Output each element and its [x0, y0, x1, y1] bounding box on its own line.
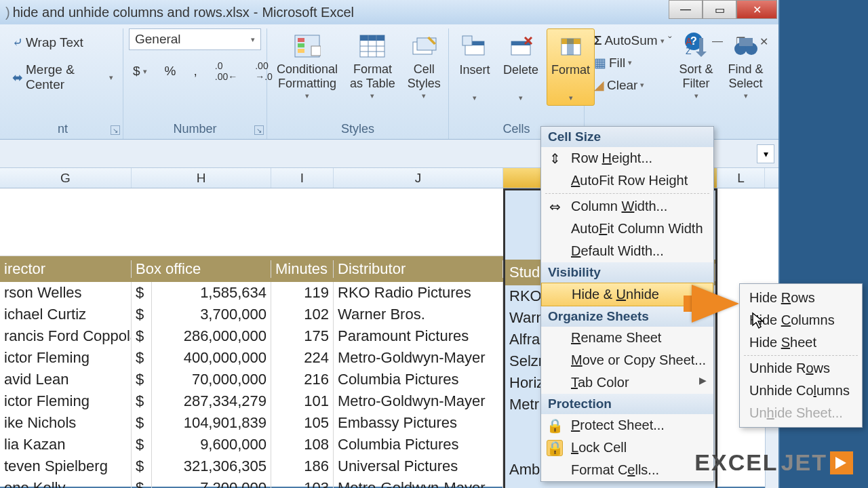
menu-autofit-column[interactable]: AutoFit Column Width	[541, 218, 713, 240]
number-dialog-launcher[interactable]: ↘	[254, 125, 264, 135]
merge-center-label: Merge & Center	[26, 62, 106, 92]
sort-filter-label: Sort & Filter	[679, 62, 713, 90]
document-title: hide and unhide columns and rows.xlsx	[13, 5, 250, 20]
menu-section-cell-size: Cell Size	[541, 127, 713, 147]
find-select-label: Find & Select	[728, 62, 764, 90]
delete-label: Delete	[503, 63, 538, 77]
submenu-hide-sheet[interactable]: Hide Sheet	[740, 331, 862, 354]
menu-section-visibility: Visibility	[541, 262, 713, 283]
format-table-icon	[356, 31, 389, 61]
cell-styles-label: Cell Styles	[408, 62, 441, 90]
binoculars-icon	[730, 31, 762, 61]
app-name: Microsoft Excel	[262, 5, 354, 20]
svg-rect-25	[739, 38, 753, 46]
chevron-down-icon: ▾	[251, 35, 255, 44]
cell-styles-button[interactable]: Cell Styles▾	[403, 28, 445, 103]
table-row[interactable]: lia Kazan$9,600,000108Columbia Pictures	[0, 434, 503, 455]
table-row[interactable]: rson Welles$1,585,634119RKO Radio Pictur…	[0, 282, 503, 304]
col-header-j[interactable]: J	[334, 168, 503, 188]
col-header-l[interactable]: L	[717, 168, 765, 188]
conditional-formatting-button[interactable]: Conditional Formatting▾	[273, 28, 342, 103]
menu-tab-color[interactable]: Tab Color▶	[541, 371, 713, 394]
close-button[interactable]: ✕	[736, 0, 777, 19]
table-row[interactable]: teven Spielberg$321,306,305186Universal …	[0, 455, 503, 477]
find-select-button[interactable]: Find & Select▾	[724, 28, 768, 103]
svg-rect-12	[417, 38, 436, 50]
format-table-label: Format as Table	[350, 62, 395, 90]
delete-button[interactable]: Delete▾	[499, 29, 542, 105]
row-height-icon: ⇕	[547, 150, 563, 167]
number-format-value: General	[135, 32, 181, 47]
lock-highlighted-icon: 🔒	[547, 440, 563, 456]
menu-row-height[interactable]: ⇕ Row Height...	[541, 147, 713, 169]
conditional-formatting-icon	[291, 31, 323, 61]
col-header-g[interactable]: G	[0, 168, 132, 188]
clear-button[interactable]: ◢Clear▾	[590, 75, 669, 95]
sigma-icon: Σ	[594, 33, 601, 48]
autosum-button[interactable]: ΣAutoSum▾	[590, 31, 669, 50]
menu-protect-sheet[interactable]: 🔒 Protect Sheet...	[541, 414, 713, 436]
submenu-hide-rows[interactable]: Hide Rows	[740, 287, 862, 309]
merge-center-button[interactable]: ⬌ Merge & Center ▾	[8, 60, 117, 94]
merge-icon: ⬌	[12, 70, 23, 85]
fill-icon: ▦	[594, 55, 606, 70]
callout-arrow	[692, 285, 739, 323]
comma-button[interactable]: ,	[189, 62, 201, 81]
formula-expand-button[interactable]: ▾	[757, 144, 774, 163]
window-controls: — ▭ ✕	[669, 0, 777, 19]
number-group-label: Number	[123, 122, 267, 136]
number-format-dropdown[interactable]: General ▾	[129, 28, 261, 50]
percent-button[interactable]: %	[161, 62, 180, 81]
svg-rect-20	[567, 39, 574, 55]
col-header-h[interactable]: H	[132, 168, 271, 188]
header-distributor: Distributor	[334, 260, 503, 278]
svg-rect-3	[298, 49, 304, 53]
menu-column-width[interactable]: ⇔ Column Width...	[541, 195, 713, 218]
fill-button[interactable]: ▦Fill▾	[590, 53, 669, 73]
table-row[interactable]: ene Kelly$7,200,000103Metro-Goldwyn-Maye…	[0, 477, 503, 488]
table-row[interactable]: ictor Fleming$287,334,279101Metro-Goldwy…	[0, 390, 503, 412]
menu-format-cells[interactable]: Format Cells...	[541, 459, 713, 481]
menu-autofit-row[interactable]: AutoFit Row Height	[541, 169, 713, 192]
menu-move-copy[interactable]: Move or Copy Sheet...	[541, 349, 713, 371]
mouse-cursor-icon	[751, 312, 766, 333]
svg-rect-1	[298, 38, 304, 42]
maximize-button[interactable]: ▭	[703, 0, 736, 19]
insert-icon	[458, 32, 491, 62]
format-as-table-button[interactable]: Format as Table▾	[346, 28, 399, 103]
sort-filter-button[interactable]: AZ Sort & Filter▾	[675, 28, 717, 103]
submenu-unhide-rows[interactable]: Unhide Rows	[740, 357, 862, 380]
chevron-down-icon: ▾	[109, 73, 113, 82]
delete-icon	[505, 32, 537, 62]
wrap-text-button[interactable]: ⤶ Wrap Text	[8, 33, 87, 52]
alignment-group-label: nt	[3, 122, 123, 136]
currency-button[interactable]: $▾	[129, 62, 151, 81]
sort-filter-icon: AZ	[680, 31, 713, 61]
format-icon	[555, 32, 587, 62]
wrap-text-icon: ⤶	[12, 35, 23, 50]
hide-unhide-submenu: Hide Rows Hide Columns Hide Sheet Unhide…	[739, 283, 863, 428]
menu-section-protection: Protection	[541, 394, 713, 414]
table-row[interactable]: ichael Curtiz$3,700,000102Warner Bros.	[0, 304, 503, 325]
table-row[interactable]: rancis Ford Coppola$286,000,000175Paramo…	[0, 325, 503, 347]
svg-rect-2	[298, 43, 304, 47]
minimize-button[interactable]: —	[669, 0, 703, 19]
submenu-unhide-columns[interactable]: Unhide Columns	[740, 380, 862, 402]
table-row[interactable]: ictor Fleming$400,000,000224Metro-Goldwy…	[0, 347, 503, 369]
cell-styles-icon	[408, 31, 440, 61]
column-width-icon: ⇔	[547, 199, 563, 215]
exceljet-logo: EXCELJET	[694, 449, 853, 476]
alignment-dialog-launcher[interactable]: ↘	[111, 125, 120, 135]
svg-rect-15	[462, 36, 472, 45]
submenu-arrow-icon: ▶	[699, 375, 707, 386]
conditional-formatting-label: Conditional Formatting	[277, 62, 338, 90]
increase-decimal-button[interactable]: .0.00←	[211, 58, 241, 84]
menu-lock-cell[interactable]: 🔒 Lock Cell	[541, 436, 713, 459]
logo-play-icon	[830, 451, 853, 474]
insert-button[interactable]: Insert▾	[454, 29, 495, 105]
menu-rename-sheet[interactable]: Rename Sheet	[541, 327, 713, 349]
col-header-i[interactable]: I	[271, 168, 334, 188]
table-row[interactable]: ike Nichols$104,901,839105Embassy Pictur…	[0, 412, 503, 434]
table-row[interactable]: avid Lean$70,000,000216Columbia Pictures	[0, 369, 503, 390]
menu-default-width[interactable]: Default Width...	[541, 240, 713, 262]
